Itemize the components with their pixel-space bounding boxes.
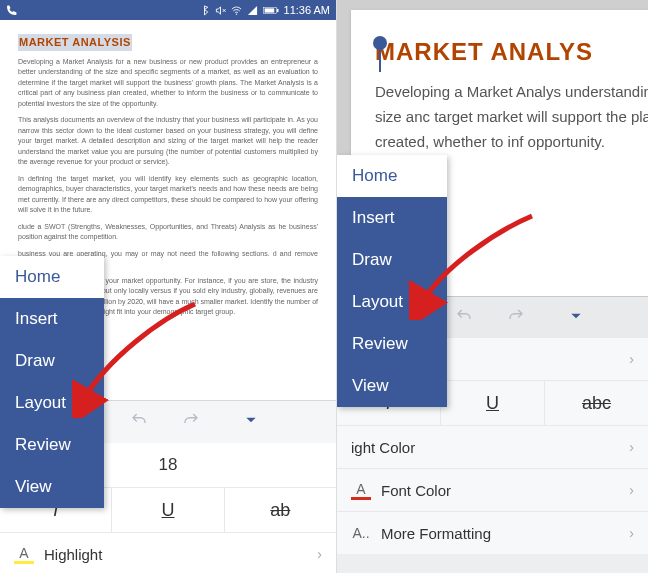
doc-para: This analysis documents an overview of t…: [18, 115, 318, 168]
redo-icon[interactable]: [182, 411, 200, 433]
battery-icon: [263, 5, 279, 16]
chevron-right-icon: ›: [629, 525, 634, 541]
ribbon-caret-icon[interactable]: [244, 413, 258, 431]
doc-para: clude a SWOT (Strengths, Weaknesses, Opp…: [18, 222, 318, 243]
more-formatting-label: More Formatting: [381, 525, 491, 542]
svg-point-0: [235, 13, 236, 14]
redo-icon[interactable]: [507, 307, 525, 329]
right-screenshot: MARKET ANALYS Developing a Market Analys…: [337, 0, 648, 573]
highlight-row[interactable]: A Highlight ›: [0, 533, 336, 573]
doc-title: MARKET ANALYS: [375, 38, 648, 66]
wifi-icon: [231, 5, 242, 16]
highlight-label-partial: ight Color: [351, 439, 415, 456]
chevron-right-icon: ›: [317, 546, 322, 562]
tab-layout[interactable]: Layout: [0, 382, 104, 424]
highlight-row[interactable]: ight Color ›: [337, 426, 648, 469]
tab-view[interactable]: View: [337, 365, 447, 407]
doc-para: Developing a Market Analys understanding…: [375, 80, 648, 154]
signal-icon: [247, 5, 258, 16]
tab-insert[interactable]: Insert: [337, 197, 447, 239]
strike-button[interactable]: abc: [545, 381, 648, 425]
phone-icon: [6, 4, 18, 16]
svg-rect-2: [264, 8, 274, 12]
tab-view[interactable]: View: [0, 466, 104, 508]
tab-switcher-menu: Home Insert Draw Layout Review View: [337, 155, 447, 407]
chevron-right-icon: ›: [629, 439, 634, 455]
ribbon-caret-icon[interactable]: [569, 309, 583, 327]
highlight-label: Highlight: [44, 546, 102, 563]
font-color-label: Font Color: [381, 482, 451, 499]
undo-icon[interactable]: [455, 307, 473, 329]
tab-home[interactable]: Home: [0, 256, 104, 298]
status-bar: 11:36 AM: [0, 0, 336, 20]
tab-draw[interactable]: Draw: [0, 340, 104, 382]
tab-review[interactable]: Review: [337, 323, 447, 365]
font-color-icon: A: [351, 481, 371, 500]
left-screenshot: 11:36 AM MARKET ANALYSIS Developing a Ma…: [0, 0, 337, 573]
text-cursor: [379, 48, 381, 72]
tab-layout[interactable]: Layout: [337, 281, 447, 323]
mute-icon: [215, 5, 226, 16]
tab-home[interactable]: Home: [337, 155, 447, 197]
more-formatting-row[interactable]: A.. More Formatting ›: [337, 512, 648, 554]
strike-button[interactable]: ab: [225, 488, 336, 532]
bluetooth-icon: [199, 5, 210, 16]
tab-review[interactable]: Review: [0, 424, 104, 466]
doc-para: Developing a Market Analysis for a new b…: [18, 57, 318, 110]
doc-para: In defining the target market, you will …: [18, 174, 318, 216]
highlight-icon: A: [14, 545, 34, 564]
font-color-row[interactable]: A Font Color ›: [337, 469, 648, 512]
underline-button[interactable]: U: [112, 488, 224, 532]
undo-icon[interactable]: [130, 411, 148, 433]
chevron-right-icon: ›: [629, 351, 634, 367]
underline-button[interactable]: U: [441, 381, 545, 425]
chevron-right-icon: ›: [629, 482, 634, 498]
svg-rect-3: [276, 8, 278, 11]
doc-title: MARKET ANALYSIS: [18, 34, 132, 51]
tab-switcher-menu: Home Insert Draw Layout Review View: [0, 256, 104, 508]
more-formatting-icon: A..: [351, 525, 371, 541]
tab-draw[interactable]: Draw: [337, 239, 447, 281]
tab-insert[interactable]: Insert: [0, 298, 104, 340]
clock-text: 11:36 AM: [284, 4, 330, 16]
